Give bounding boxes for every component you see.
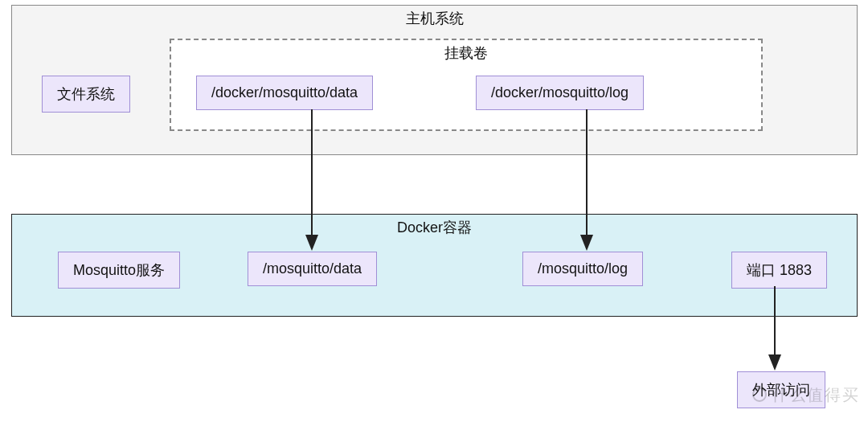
node-external-access: 外部访问: [737, 371, 825, 408]
group-host-label: 主机系统: [12, 9, 857, 28]
node-file-system: 文件系统: [42, 76, 130, 113]
node-container-log-path: /mosquitto/log: [522, 252, 643, 286]
node-container-data-path: /mosquitto/data: [248, 252, 377, 286]
node-host-data-path: /docker/mosquitto/data: [196, 76, 373, 110]
group-mount-label: 挂载卷: [171, 43, 761, 63]
node-port-1883: 端口 1883: [731, 252, 827, 289]
group-container-label: Docker容器: [12, 218, 857, 237]
node-host-log-path: /docker/mosquitto/log: [476, 76, 644, 110]
node-mosquitto-service: Mosquitto服务: [58, 252, 180, 289]
